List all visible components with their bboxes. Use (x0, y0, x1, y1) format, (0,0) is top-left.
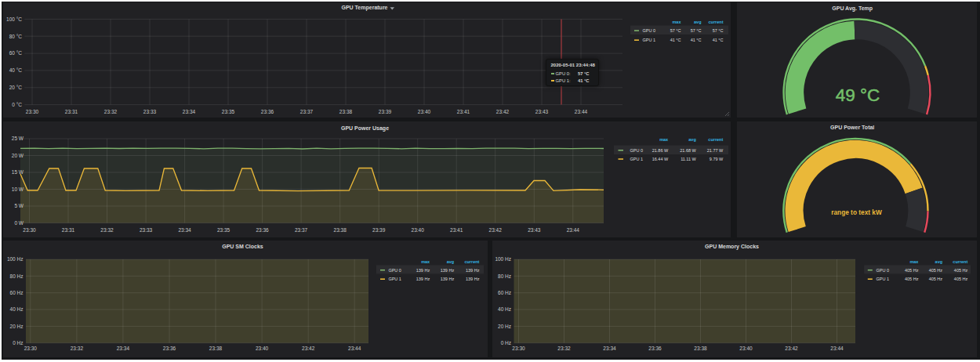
svg-text:23:37: 23:37 (300, 109, 314, 114)
svg-text:23:36: 23:36 (256, 227, 269, 233)
svg-text:23:40: 23:40 (256, 346, 269, 351)
svg-text:GPU Power Usage: GPU Power Usage (341, 125, 389, 132)
svg-text:60 °C: 60 °C (9, 50, 23, 56)
svg-text:0 Hz: 0 Hz (13, 340, 23, 346)
svg-text:139 Hz: 139 Hz (466, 268, 480, 273)
svg-text:405 Hz: 405 Hz (954, 268, 968, 273)
svg-text:23:34: 23:34 (178, 227, 191, 233)
svg-text:100 Hz: 100 Hz (495, 256, 511, 262)
svg-text:80 Hz: 80 Hz (498, 273, 511, 279)
svg-text:23:43: 23:43 (535, 109, 549, 114)
svg-text:23:31: 23:31 (62, 227, 75, 233)
svg-text:23:44: 23:44 (348, 346, 361, 351)
svg-text:current: current (464, 259, 479, 264)
svg-text:57 °C: 57 °C (670, 28, 681, 33)
svg-text:23:44: 23:44 (830, 346, 844, 351)
svg-text:GPU Memory Clocks: GPU Memory Clocks (705, 244, 759, 250)
svg-text:23:38: 23:38 (339, 109, 353, 114)
svg-text:GPU 0: GPU 0 (388, 268, 401, 273)
svg-text:GPU 1: GPU 1 (643, 38, 656, 42)
svg-text:GPU 1: GPU 1 (630, 157, 644, 161)
svg-text:20 °C: 20 °C (9, 85, 23, 90)
svg-text:21.86 W: 21.86 W (652, 148, 669, 153)
svg-text:41 °C: 41 °C (691, 38, 702, 42)
svg-text:9.79 W: 9.79 W (710, 157, 724, 161)
svg-text:avg: avg (447, 259, 454, 264)
svg-text:139 Hz: 139 Hz (466, 277, 480, 281)
svg-text:405 Hz: 405 Hz (905, 268, 919, 273)
svg-text:80 °C: 80 °C (9, 34, 23, 39)
svg-text:avg: avg (688, 137, 695, 142)
svg-text:20 Hz: 20 Hz (498, 324, 511, 329)
svg-text:23:39: 23:39 (379, 109, 392, 114)
svg-text:405 Hz: 405 Hz (929, 277, 943, 281)
svg-text:23:35: 23:35 (217, 227, 230, 233)
svg-text:23:30: 23:30 (24, 346, 38, 351)
svg-text:23:30: 23:30 (512, 346, 525, 351)
svg-text:41 °C: 41 °C (670, 38, 681, 42)
svg-text:23:43: 23:43 (528, 227, 541, 233)
svg-text:5 W: 5 W (14, 203, 24, 208)
svg-text:current: current (708, 137, 723, 142)
svg-text:current: current (953, 259, 967, 264)
svg-text:23:42: 23:42 (496, 109, 510, 114)
svg-text:0 Hz: 0 Hz (501, 340, 511, 346)
svg-text:23:36: 23:36 (648, 346, 662, 351)
svg-text:405 Hz: 405 Hz (954, 277, 968, 281)
svg-text:139 Hz: 139 Hz (416, 268, 430, 273)
svg-text:23:44: 23:44 (575, 109, 588, 114)
svg-text:GPU Power Total: GPU Power Total (830, 125, 874, 130)
svg-text:23:41: 23:41 (457, 109, 470, 114)
svg-text:21.68 W: 21.68 W (680, 148, 696, 153)
svg-text:23:32: 23:32 (557, 346, 571, 351)
svg-text:21.77 W: 21.77 W (707, 148, 724, 153)
svg-text:GPU Avg. Temp: GPU Avg. Temp (832, 5, 873, 12)
svg-text:60 Hz: 60 Hz (498, 290, 511, 295)
svg-text:GPU Temperature: GPU Temperature (342, 5, 388, 11)
svg-text:10 W: 10 W (12, 186, 24, 192)
svg-text:23:34: 23:34 (183, 109, 196, 114)
svg-text:23:33: 23:33 (143, 109, 157, 114)
svg-text:25 W: 25 W (12, 136, 24, 141)
svg-text:23:30: 23:30 (26, 109, 39, 114)
svg-text:60 Hz: 60 Hz (10, 290, 24, 295)
svg-text:40 Hz: 40 Hz (10, 306, 24, 312)
svg-text:23:34: 23:34 (117, 346, 130, 351)
svg-text:49 °C: 49 °C (836, 85, 880, 105)
svg-text:23:34: 23:34 (603, 346, 616, 351)
svg-text:max: max (421, 259, 430, 264)
svg-text:405 Hz: 405 Hz (929, 268, 943, 273)
svg-text:57 °C: 57 °C (713, 28, 724, 33)
svg-text:23:36: 23:36 (261, 109, 274, 114)
svg-text:max: max (909, 259, 919, 264)
svg-text:139 Hz: 139 Hz (441, 268, 455, 273)
svg-text:23:36: 23:36 (163, 346, 176, 351)
svg-text:23:42: 23:42 (489, 227, 503, 233)
svg-text:23:42: 23:42 (302, 346, 315, 351)
svg-text:GPU SM Clocks: GPU SM Clocks (222, 244, 263, 249)
svg-text:23:32: 23:32 (104, 109, 118, 114)
svg-text:max: max (672, 20, 681, 24)
svg-text:16.44 W: 16.44 W (652, 157, 669, 161)
svg-text:GPU 0: GPU 0 (630, 148, 644, 153)
svg-text:23:38: 23:38 (209, 346, 223, 351)
svg-text:20 Hz: 20 Hz (10, 324, 24, 329)
svg-text:current: current (709, 20, 724, 24)
svg-text:23:40: 23:40 (418, 109, 431, 114)
svg-text:23:38: 23:38 (334, 227, 347, 233)
svg-text:GPU 1: GPU 1 (877, 277, 890, 281)
svg-text:23:44: 23:44 (567, 227, 580, 233)
svg-text:23:32: 23:32 (100, 227, 114, 233)
svg-text:23:39: 23:39 (372, 227, 386, 233)
svg-text:41 °C: 41 °C (713, 38, 724, 42)
svg-text:40 °C: 40 °C (9, 67, 23, 73)
svg-text:11.11 W: 11.11 W (681, 157, 696, 161)
svg-text:23:40: 23:40 (739, 346, 753, 351)
svg-text:57 °C: 57 °C (691, 28, 702, 33)
svg-text:23:42: 23:42 (785, 346, 798, 351)
svg-text:GPU 0: GPU 0 (643, 28, 656, 33)
svg-text:GPU 1: GPU 1 (388, 277, 401, 281)
svg-text:23:32: 23:32 (71, 346, 84, 351)
svg-text:23:31: 23:31 (65, 109, 78, 114)
svg-text:23:38: 23:38 (694, 346, 707, 351)
